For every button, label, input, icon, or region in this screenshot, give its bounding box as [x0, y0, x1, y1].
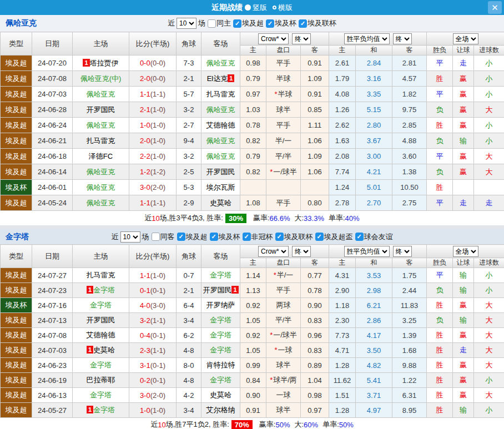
avg-time-select[interactable]: 终	[393, 246, 412, 257]
promotion-badge: 1	[87, 406, 93, 413]
home-team-cell-name: 史莫哈	[93, 346, 115, 354]
home-avg-cell: 1.51	[329, 388, 356, 403]
home-team-cell: 扎马雷克	[73, 133, 129, 149]
odds-source-select[interactable]: Crow*	[258, 33, 289, 44]
home-team-cell: 佩哈亚克	[73, 180, 129, 195]
home-odds-cell	[240, 180, 266, 195]
odds-time-select[interactable]: 终	[292, 246, 311, 257]
odds-time-select[interactable]: 终	[292, 33, 311, 44]
sub-handicap: 盘口	[266, 46, 301, 55]
away-avg-cell: 1.22	[392, 373, 427, 388]
same-venue-checkbox-input[interactable]	[208, 19, 216, 28]
corner-cell: 3-2	[177, 102, 201, 118]
away-avg-cell: 1.68	[392, 343, 427, 358]
away-team-cell: 史莫哈	[201, 195, 240, 211]
away-odds-cell: 1.09	[301, 149, 329, 164]
league-checkbox-input[interactable]	[355, 233, 364, 241]
league-checkbox[interactable]: 埃及超盃	[315, 232, 353, 242]
sub-goals-result: 进球数	[474, 258, 504, 268]
league-label: 埃及杯	[219, 232, 240, 242]
away-odds-cell: 1.04	[301, 373, 329, 388]
fulltime-score: 3-0	[140, 391, 150, 400]
league-checkbox-input[interactable]	[210, 233, 218, 241]
col-home: 主场	[73, 32, 129, 55]
same-venue-checkbox[interactable]: 同客	[152, 232, 175, 242]
league-checkbox-input[interactable]	[266, 19, 274, 28]
league-checkbox-input[interactable]	[299, 19, 307, 28]
home-team-cell: 1塔拉贾伊	[73, 55, 129, 71]
away-avg-cell: 2.81	[392, 55, 427, 71]
league-checkbox[interactable]: 埃及杯	[210, 232, 240, 242]
col-score: 比分(半场)	[129, 32, 177, 55]
fulltime-score: 2-2	[140, 152, 150, 160]
horizontal-radio-label[interactable]: 横版	[278, 3, 293, 13]
avg-type-select[interactable]: 胜平负均值	[344, 33, 390, 44]
games-count-select[interactable]: 10	[177, 18, 196, 29]
league-checkbox-input[interactable]	[233, 19, 241, 28]
league-type-cell: 埃及超	[1, 388, 32, 403]
result-cell: 负	[427, 102, 453, 118]
league-checkbox[interactable]: 埃及联杯	[299, 18, 336, 28]
score-cell: 1-2(1-2)	[129, 164, 177, 180]
league-label: 埃及超盃	[324, 232, 353, 242]
avg-type-select[interactable]: 胜平负均值	[344, 246, 390, 257]
match-row: 埃及超24-07-08佩哈亚克(中)2-0(0-0)2-1El达克10.79半球…	[1, 71, 504, 87]
horizontal-radio[interactable]	[273, 6, 276, 9]
match-row: 埃及杯24-06-01佩哈亚克3-0(2-0)5-3埃尔瓦斯1.245.0110…	[1, 180, 504, 195]
sub-away-avg: 客	[392, 258, 427, 268]
vertical-radio-label[interactable]: 竖版	[253, 3, 267, 13]
halftime-score: (1-1)	[150, 199, 165, 207]
games-count-select[interactable]: 10	[120, 231, 140, 243]
handicap-cell: *一/球半	[266, 164, 301, 180]
odds-source-select[interactable]: Crow*	[258, 246, 289, 257]
league-type-cell: 埃及杯	[1, 180, 32, 195]
home-avg-cell: 11.62	[329, 373, 356, 388]
same-venue-checkbox-input[interactable]	[152, 233, 160, 241]
home-team-cell: 扎马雷克	[73, 268, 129, 283]
fulltime-score: 0-2	[140, 376, 150, 385]
league-checkbox[interactable]: 球会友谊	[355, 232, 393, 242]
away-team-cell: 开罗纳萨	[201, 298, 240, 313]
league-checkbox-input[interactable]	[315, 233, 324, 241]
handicap-text: 球半	[276, 105, 291, 114]
league-checkbox-input[interactable]	[275, 233, 284, 241]
away-avg-cell: 2.85	[392, 118, 427, 133]
handicap-text: 两球	[276, 301, 291, 309]
league-type-cell: 埃及超	[1, 102, 32, 118]
vertical-radio-selected[interactable]	[245, 4, 251, 11]
home-team-cell: 1金字塔	[73, 283, 129, 298]
away-team-cell: 金字塔	[201, 268, 240, 283]
date-cell: 24-07-16	[32, 298, 73, 313]
handicap-result-cell: 赢	[453, 328, 474, 343]
summary: 近10场,胜7平1负2, 胜率: 70% 赢率:50% 大:60% 单率:50%	[0, 418, 504, 429]
games-label: 场	[142, 232, 149, 242]
col-date: 日期	[32, 245, 73, 268]
away-team-cell-name: 金字塔	[210, 376, 231, 384]
league-checkbox[interactable]: 埃及联杯	[275, 232, 313, 242]
handicap-cell: 平/半	[266, 149, 301, 164]
handicap-cell: *球半/两	[266, 373, 301, 388]
scope-select[interactable]: 全场	[453, 246, 478, 257]
league-checkbox[interactable]: 埃及超	[233, 18, 264, 28]
match-table-body: 埃及超24-07-27扎马雷克1-1(1-0)0-7金字塔1.14*半/一0.7…	[1, 268, 504, 418]
goals-result-cell: 小	[474, 268, 504, 283]
draw-avg-cell: 5.01	[356, 180, 392, 195]
league-checkbox[interactable]: 埃及杯	[266, 18, 296, 28]
home-team-cell-name: 扎马雷克	[87, 271, 115, 279]
avg-time-select[interactable]: 终	[393, 33, 412, 44]
home-team-cell: 佩哈亚克(中)	[73, 71, 129, 87]
close-button[interactable]: ✕	[488, 1, 502, 14]
section: 佩哈亚克 近 10 场 同主 埃及超埃及杯埃及联杯 类型 日期 主场 比分(半场…	[0, 15, 504, 225]
away-odds-cell: 0.98	[301, 388, 329, 403]
score-cell: 3-0(2-0)	[129, 388, 177, 403]
league-checkbox-input[interactable]	[243, 233, 251, 241]
scope-select[interactable]: 全场	[453, 33, 478, 44]
league-checkbox[interactable]: 埃及超	[177, 232, 208, 242]
home-avg-cell: 7.74	[329, 164, 356, 180]
league-checkbox[interactable]: 非冠杯	[243, 232, 273, 242]
corner-cell: 3-4	[177, 403, 201, 418]
score-cell: 0-2(0-1)	[129, 373, 177, 388]
league-checkbox-input[interactable]	[177, 233, 185, 241]
date-cell: 24-07-08	[32, 71, 73, 87]
same-venue-checkbox[interactable]: 同主	[208, 18, 231, 28]
